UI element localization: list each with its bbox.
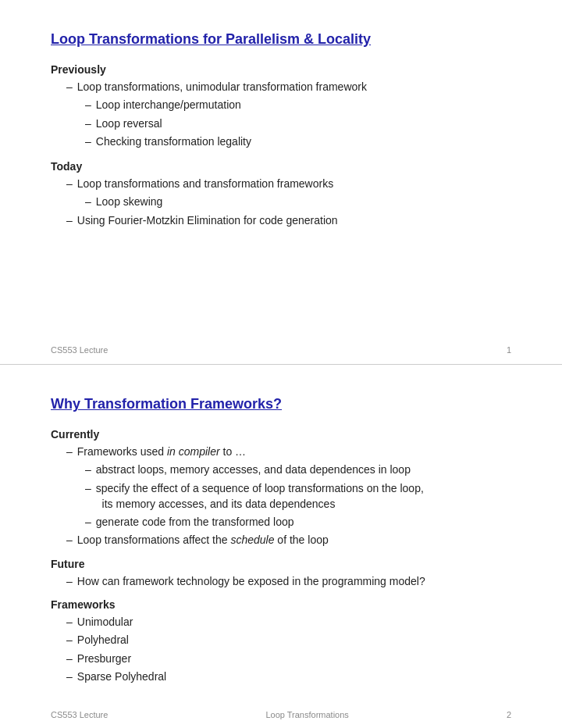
currently-item-3-plain: Loop transformations affect the	[77, 534, 231, 546]
dash-icon: –	[66, 79, 73, 95]
slide-1: Loop Transformations for Parallelism & L…	[0, 0, 562, 364]
future-item-1: – How can framework technology be expose…	[66, 573, 511, 589]
previously-item-2: – Loop interchange/permutation	[85, 97, 511, 112]
dash-icon: –	[66, 669, 73, 684]
currently-item-1-after: to …	[220, 445, 246, 458]
currently-item-1-italic: in compiler	[167, 445, 220, 458]
future-item-1-text: How can framework technology be exposed …	[77, 573, 425, 589]
frameworks-item-3-text: Presburger	[77, 651, 131, 666]
dash-icon: –	[85, 480, 91, 496]
currently-sub-item-3: – generate code from the transformed loo…	[85, 514, 511, 530]
future-label: Future	[51, 558, 511, 570]
frameworks-section: Frameworks – Unimodular – Polyhedral – P…	[51, 598, 511, 684]
slide2-content: Currently – Frameworks used in compiler …	[51, 428, 511, 684]
slide1-content: Previously – Loop transformations, unimo…	[51, 63, 511, 228]
dash-icon: –	[66, 651, 73, 666]
currently-item-3-text: Loop transformations affect the schedule…	[77, 532, 329, 548]
currently-label: Currently	[51, 428, 511, 441]
slide2-footer-right: 2	[507, 710, 511, 719]
previously-item-3: – Loop reversal	[85, 116, 511, 131]
dash-icon: –	[85, 134, 91, 149]
currently-item-1-plain: Frameworks used	[77, 445, 167, 458]
currently-sub-item-1: – abstract loops, memory accesses, and d…	[85, 462, 511, 477]
today-label: Today	[51, 160, 511, 173]
previously-item-4-text: Checking transformation legality	[96, 134, 251, 149]
previously-item-1: – Loop transformations, unimodular trans…	[66, 79, 511, 95]
dash-icon: –	[85, 194, 91, 209]
frameworks-item-4: – Sparse Polyhedral	[66, 669, 511, 684]
previously-item-1-text: Loop transformations, unimodular transfo…	[77, 79, 367, 95]
today-item-2: – Loop skewing	[85, 194, 511, 209]
slide2-footer: CS553 Lecture Loop Transformations 2	[51, 710, 511, 719]
frameworks-item-1-text: Unimodular	[77, 614, 133, 630]
frameworks-label: Frameworks	[51, 598, 511, 611]
slide2-title: Why Transformation Frameworks?	[51, 396, 511, 414]
frameworks-item-1: – Unimodular	[66, 614, 511, 630]
slide1-title: Loop Transformations for Parallelism & L…	[51, 31, 511, 49]
currently-sub-item-2: – specify the effect of a sequence of lo…	[85, 480, 511, 512]
dash-icon: –	[66, 176, 73, 191]
dash-icon: –	[66, 444, 73, 459]
currently-sub-item-1-text: abstract loops, memory accesses, and dat…	[96, 462, 411, 477]
today-section: Today – Loop transformations and transfo…	[51, 160, 511, 228]
frameworks-item-4-text: Sparse Polyhedral	[77, 669, 166, 684]
currently-item-1: – Frameworks used in compiler to …	[66, 444, 511, 459]
dash-icon: –	[66, 614, 73, 630]
currently-sub-item-3-text: generate code from the transformed loop	[96, 514, 294, 530]
today-item-2-text: Loop skewing	[96, 194, 163, 209]
frameworks-item-2-text: Polyhedral	[77, 632, 129, 648]
currently-item-1-text: Frameworks used in compiler to …	[77, 444, 246, 459]
previously-item-3-text: Loop reversal	[96, 116, 162, 131]
future-section: Future – How can framework technology be…	[51, 558, 511, 589]
slide1-footer-left: CS553 Lecture	[51, 345, 108, 355]
slide2-footer-left: CS553 Lecture	[51, 710, 108, 719]
slide1-footer: CS553 Lecture 1	[51, 345, 511, 355]
slide-2: Why Transformation Frameworks? Currently…	[0, 365, 562, 728]
today-item-1: – Loop transformations and transformatio…	[66, 176, 511, 191]
dash-icon: –	[85, 97, 91, 112]
today-item-3: – Using Fourier-Motzkin Elimination for …	[66, 212, 511, 228]
dash-icon: –	[85, 462, 91, 477]
previously-item-2-text: Loop interchange/permutation	[96, 97, 241, 112]
today-item-1-text: Loop transformations and transformation …	[77, 176, 333, 191]
dash-icon: –	[66, 532, 73, 548]
dash-icon: –	[66, 632, 73, 648]
dash-icon: –	[85, 116, 91, 131]
currently-sub-item-2-text: specify the effect of a sequence of loop…	[96, 480, 424, 512]
currently-item-3-italic: schedule	[230, 534, 274, 546]
previously-item-4: – Checking transformation legality	[85, 134, 511, 149]
frameworks-item-2: – Polyhedral	[66, 632, 511, 648]
currently-item-3-after: of the loop	[274, 534, 328, 546]
previously-label: Previously	[51, 63, 511, 76]
dash-icon: –	[66, 212, 73, 228]
frameworks-item-3: – Presburger	[66, 651, 511, 666]
today-item-3-text: Using Fourier-Motzkin Elimination for co…	[77, 212, 338, 228]
dash-icon: –	[85, 514, 91, 530]
dash-icon: –	[66, 573, 73, 589]
slide2-footer-center: Loop Transformations	[265, 710, 348, 719]
currently-item-3: – Loop transformations affect the schedu…	[66, 532, 511, 548]
slide1-footer-right: 1	[507, 345, 511, 355]
